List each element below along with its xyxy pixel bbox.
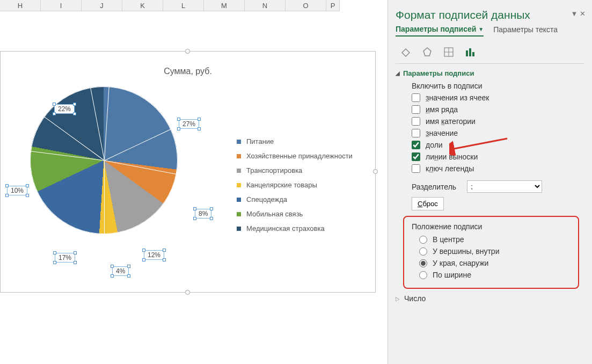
reset-button[interactable]: Сброс <box>412 197 444 210</box>
pane-close-button[interactable]: ▼ ✕ <box>571 10 586 18</box>
legend-bullet-icon <box>237 169 241 173</box>
col-m[interactable]: M <box>204 0 245 11</box>
col-o[interactable]: O <box>286 0 326 11</box>
cb-series-name[interactable]: имя ряда <box>412 105 584 114</box>
legend-item[interactable]: Спецодежда <box>237 195 353 203</box>
pie-chart[interactable] <box>30 86 178 234</box>
radio-center[interactable]: В центре <box>419 235 574 244</box>
data-label-12[interactable]: 12% <box>144 250 164 260</box>
legend-bullet-icon <box>237 212 241 216</box>
expand-icon: ▷ <box>396 296 400 302</box>
col-k[interactable]: K <box>122 0 163 11</box>
data-label-8[interactable]: 8% <box>195 209 211 219</box>
legend-bullet-icon <box>237 227 241 231</box>
svg-rect-2 <box>466 50 468 56</box>
cb-leader-lines[interactable]: линии выноски <box>412 152 584 161</box>
fill-icon[interactable] <box>400 46 412 58</box>
chevron-down-icon: ▼ <box>478 26 484 32</box>
col-n[interactable]: N <box>245 0 286 11</box>
legend-item[interactable]: Медицинская страховка <box>237 224 353 232</box>
data-label-27[interactable]: 27% <box>179 119 199 129</box>
pane-title: Формат подписей данных <box>396 9 584 21</box>
tab-label-options[interactable]: Параметры подписей ▼ <box>396 25 484 37</box>
label-options-icon[interactable] <box>464 46 476 58</box>
chart-title[interactable]: Сумма, руб. <box>1 67 375 76</box>
cb-category-name[interactable]: имя категории <box>412 117 584 126</box>
radio-best-fit[interactable]: По ширине <box>419 271 574 279</box>
cb-legend-key[interactable]: ключ легенды <box>412 164 584 173</box>
legend-item[interactable]: Питание <box>237 137 353 145</box>
collapse-icon: ◢ <box>396 70 400 76</box>
section-number[interactable]: ▷Число <box>396 294 584 303</box>
svg-line-5 <box>451 139 507 149</box>
data-label-10[interactable]: 10% <box>7 186 27 195</box>
radio-outside-end[interactable]: У края, снаружи <box>419 259 574 267</box>
resize-handle[interactable] <box>373 169 378 174</box>
col-p[interactable]: P <box>326 0 340 11</box>
cb-value-from-cells[interactable]: значения из ячеек <box>412 93 584 102</box>
data-label-17[interactable]: 17% <box>55 253 75 263</box>
col-l[interactable]: L <box>163 0 204 11</box>
separator-select[interactable]: ; <box>467 180 542 193</box>
column-headers: H I J K L M N O P <box>0 0 340 11</box>
legend-item[interactable]: Хозяйственные принадлежности <box>237 152 353 160</box>
worksheet-area: H I J K L M N O P Сумма, руб. <box>0 0 388 364</box>
svg-marker-0 <box>423 48 431 56</box>
effects-icon[interactable] <box>421 46 433 58</box>
col-j[interactable]: J <box>82 0 122 11</box>
pane-icon-tabs <box>396 42 584 64</box>
legend-item[interactable]: Канцелярские товары <box>237 181 353 189</box>
svg-rect-3 <box>469 48 471 56</box>
data-label-4[interactable]: 4% <box>112 266 129 276</box>
legend-bullet-icon <box>237 154 241 158</box>
legend-item[interactable]: Мобильная связь <box>237 210 353 218</box>
legend-item[interactable]: Транспортировка <box>237 166 353 174</box>
label-position-title: Положение подписи <box>412 222 574 231</box>
size-properties-icon[interactable] <box>443 46 455 58</box>
format-data-labels-pane: ▼ ✕ Формат подписей данных Параметры под… <box>388 0 592 364</box>
resize-handle[interactable] <box>185 290 190 295</box>
svg-rect-4 <box>472 52 474 56</box>
separator-label: Разделитель <box>412 183 456 191</box>
chart-object[interactable]: Сумма, руб. 27% 8% 12% 4% 17% 10% 22% Пи… <box>0 51 376 293</box>
include-in-label-text: Включить в подписи <box>412 82 584 90</box>
cb-percentage[interactable]: доли <box>412 141 584 149</box>
col-h[interactable]: H <box>0 0 41 11</box>
cb-value[interactable]: значение <box>412 129 584 137</box>
legend-bullet-icon <box>237 140 241 144</box>
data-label-22[interactable]: 22% <box>54 104 75 114</box>
section-label-options[interactable]: ◢Параметры подписи <box>396 69 584 77</box>
col-i[interactable]: I <box>41 0 82 11</box>
tab-text-options[interactable]: Параметры текста <box>493 25 558 36</box>
chart-legend[interactable]: Питание Хозяйственные принадлежности Тра… <box>237 137 353 239</box>
legend-bullet-icon <box>237 198 241 202</box>
resize-handle[interactable] <box>185 49 190 54</box>
legend-bullet-icon <box>237 183 241 187</box>
label-position-group: Положение подписи В центре У вершины, вн… <box>403 216 579 289</box>
radio-inside-end[interactable]: У вершины, внутри <box>419 247 574 256</box>
